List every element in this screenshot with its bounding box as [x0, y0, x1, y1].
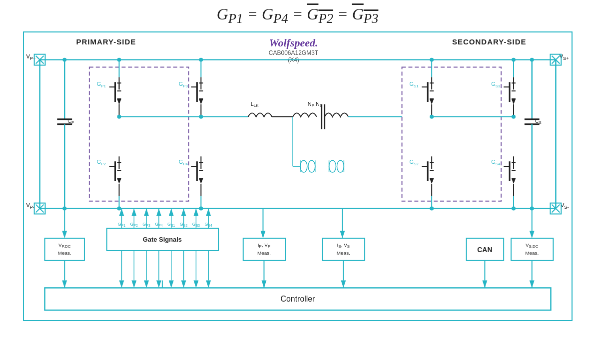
svg-text:GS2: GS2	[409, 159, 419, 167]
svg-text:VP,DC: VP,DC	[58, 242, 70, 249]
svg-marker-167	[156, 209, 161, 216]
svg-point-122	[430, 58, 434, 62]
svg-point-109	[117, 58, 121, 62]
svg-text:GP3: GP3	[178, 81, 188, 89]
svg-text:IP, VP: IP, VP	[257, 242, 270, 249]
svg-point-127	[512, 115, 516, 119]
svg-marker-202	[340, 231, 345, 239]
svg-marker-185	[156, 281, 161, 288]
svg-point-120	[530, 58, 534, 62]
svg-point-123	[512, 58, 516, 62]
svg-marker-82	[430, 179, 434, 184]
svg-marker-195	[260, 231, 265, 239]
svg-marker-64	[430, 99, 434, 104]
svg-text:GP2: GP2	[96, 159, 106, 167]
svg-marker-146	[62, 231, 67, 239]
circuit-diagram: Wolfspeed. CAB006A12GM3T (X4) PRIMARY-SI…	[23, 31, 573, 321]
svg-marker-179	[119, 281, 124, 288]
svg-text:CP: CP	[67, 118, 74, 125]
svg-marker-45	[117, 179, 121, 184]
svg-point-126	[430, 115, 434, 119]
svg-text:GS1: GS1	[409, 81, 419, 89]
svg-marker-193	[206, 281, 211, 288]
svg-marker-181	[131, 281, 136, 288]
svg-text:Meas.: Meas.	[525, 250, 539, 256]
svg-text:Meas.: Meas.	[336, 250, 350, 256]
svg-marker-189	[181, 281, 186, 288]
svg-marker-54	[199, 179, 203, 184]
svg-marker-183	[144, 281, 149, 288]
svg-point-111	[117, 207, 121, 211]
svg-point-138	[308, 161, 315, 173]
svg-point-110	[199, 58, 203, 62]
svg-marker-173	[193, 209, 198, 216]
svg-point-113	[117, 115, 121, 119]
svg-point-124	[430, 207, 434, 211]
svg-text:IS, VS: IS, VS	[337, 242, 350, 249]
svg-marker-91	[512, 179, 516, 184]
svg-point-112	[199, 207, 203, 211]
formula: GP1 = GP4 = GP2 = GP3	[10, 5, 585, 26]
svg-point-125	[512, 207, 516, 211]
svg-text:VS,DC: VS,DC	[525, 242, 538, 249]
svg-text:CAN: CAN	[477, 246, 492, 254]
svg-text:CS: CS	[535, 118, 541, 125]
svg-text:Gate Signals: Gate Signals	[142, 236, 181, 243]
svg-point-107	[62, 58, 66, 62]
svg-marker-191	[193, 281, 198, 288]
svg-rect-214	[511, 239, 553, 261]
svg-rect-147	[44, 239, 84, 261]
circuit-svg: GP1 GP3	[24, 32, 572, 320]
svg-marker-213	[529, 231, 534, 239]
svg-text:GP4: GP4	[178, 159, 188, 167]
svg-point-139	[329, 161, 336, 173]
svg-rect-203	[322, 239, 364, 261]
svg-marker-165	[144, 209, 149, 216]
svg-marker-36	[199, 99, 203, 104]
svg-marker-187	[168, 281, 173, 288]
svg-marker-73	[512, 99, 516, 104]
svg-text:NP:NS: NP:NS	[307, 101, 322, 108]
svg-text:Meas.: Meas.	[57, 250, 71, 256]
svg-point-140	[337, 161, 344, 173]
svg-marker-171	[181, 209, 186, 216]
svg-text:GS4: GS4	[491, 159, 501, 167]
svg-text:GP1: GP1	[96, 81, 106, 89]
svg-point-137	[300, 161, 307, 173]
svg-text:LLK: LLK	[250, 101, 258, 108]
svg-text:GS3: GS3	[491, 81, 501, 89]
svg-marker-163	[131, 209, 136, 216]
svg-text:Meas.: Meas.	[257, 250, 270, 256]
svg-marker-169	[168, 209, 173, 216]
svg-rect-196	[243, 239, 285, 261]
svg-marker-175	[206, 209, 211, 216]
svg-text:Controller: Controller	[280, 295, 315, 304]
